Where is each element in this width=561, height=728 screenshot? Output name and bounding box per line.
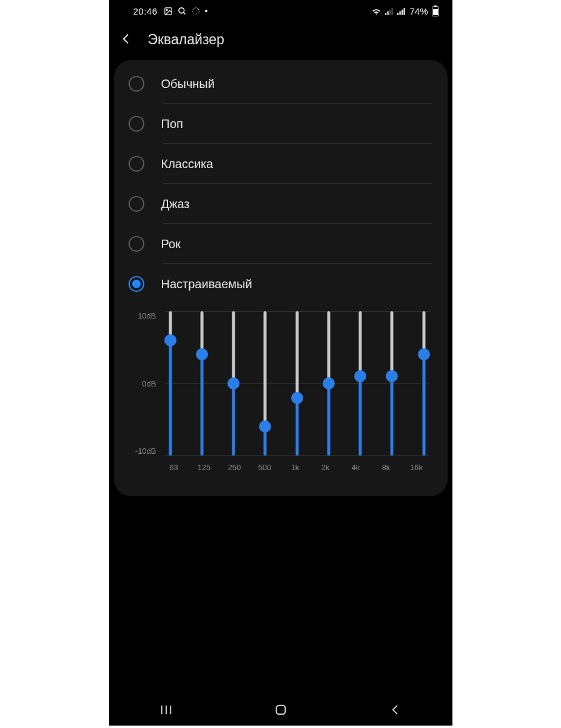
y-tick-top: 10dB	[138, 311, 156, 320]
settings-panel: ОбычныйПопКлассикаДжазРокНастраиваемый 1…	[114, 60, 448, 496]
eq-thumb-4k[interactable]	[354, 370, 366, 382]
dot-icon	[205, 10, 207, 12]
status-bar: 20:46 74%	[109, 0, 452, 22]
track-lower	[327, 383, 330, 456]
page-title: Эквалайзер	[148, 32, 224, 48]
preset-label: Рок	[161, 237, 181, 251]
track-lower	[359, 376, 362, 456]
track-lower	[295, 398, 298, 456]
svg-rect-5	[385, 13, 386, 15]
x-tick: 250	[226, 463, 244, 472]
eq-band-2k[interactable]	[327, 311, 331, 456]
x-tick: 63	[165, 463, 183, 472]
svg-rect-12	[404, 8, 405, 15]
home-button[interactable]	[274, 703, 287, 719]
equalizer: 10dB 0dB -10dB 631252505001k2k4k8k16k	[114, 304, 448, 472]
search-icon	[178, 7, 187, 16]
svg-point-4	[192, 8, 199, 15]
eq-thumb-1k[interactable]	[291, 392, 303, 404]
eq-chart: 10dB 0dB -10dB	[132, 311, 429, 456]
eq-band-16k[interactable]	[422, 311, 426, 456]
track-upper	[359, 311, 362, 376]
eq-band-125[interactable]	[200, 311, 204, 456]
eq-band-500[interactable]	[263, 311, 267, 456]
svg-point-2	[178, 7, 184, 13]
status-time: 20:46	[133, 6, 158, 16]
eq-thumb-63[interactable]	[164, 334, 176, 346]
eq-band-250[interactable]	[232, 311, 235, 456]
eq-thumb-16k[interactable]	[418, 348, 430, 360]
svg-rect-7	[389, 9, 391, 15]
svg-rect-19	[277, 706, 286, 715]
preset-custom[interactable]: Настраиваемый	[114, 264, 448, 304]
preset-jazz[interactable]: Джаз	[114, 184, 448, 224]
track-upper	[391, 311, 394, 376]
radio-pop[interactable]	[129, 116, 144, 132]
track-lower	[232, 383, 235, 456]
radio-custom[interactable]	[129, 276, 144, 292]
radio-rock[interactable]	[129, 236, 144, 252]
x-tick: 500	[256, 463, 274, 472]
preset-label: Обычный	[161, 77, 215, 91]
battery-percent: 74%	[409, 6, 428, 16]
gallery-icon	[164, 7, 173, 16]
preset-label: Настраиваемый	[161, 277, 252, 291]
svg-line-3	[183, 12, 185, 14]
loader-icon	[192, 7, 200, 15]
svg-rect-11	[401, 9, 403, 15]
y-tick-bot: -10dB	[135, 447, 156, 456]
track-upper	[264, 311, 267, 426]
track-upper	[295, 311, 298, 398]
wifi-icon	[371, 7, 381, 16]
x-tick: 2k	[317, 463, 335, 472]
eq-x-axis: 631252505001k2k4k8k16k	[132, 456, 429, 472]
eq-thumb-125[interactable]	[196, 348, 208, 360]
track-upper	[232, 311, 235, 383]
svg-rect-8	[392, 8, 393, 15]
svg-rect-6	[388, 11, 389, 15]
battery-icon	[432, 5, 439, 16]
track-upper	[327, 311, 330, 383]
preset-rock[interactable]: Рок	[114, 224, 448, 264]
recents-button[interactable]	[160, 703, 173, 719]
back-button[interactable]	[120, 33, 132, 47]
signal-1-icon	[385, 7, 394, 15]
eq-bands	[165, 311, 429, 456]
track-lower	[169, 340, 172, 456]
eq-thumb-2k[interactable]	[323, 377, 335, 389]
android-navbar	[109, 696, 452, 726]
x-tick: 1k	[286, 463, 304, 472]
eq-band-8k[interactable]	[390, 311, 394, 456]
eq-band-4k[interactable]	[358, 311, 362, 456]
radio-classic[interactable]	[129, 156, 144, 172]
x-tick: 125	[195, 463, 213, 472]
eq-thumb-250[interactable]	[227, 377, 240, 389]
eq-y-axis: 10dB 0dB -10dB	[132, 311, 159, 456]
svg-rect-10	[400, 11, 401, 15]
preset-label: Поп	[161, 117, 183, 131]
preset-label: Джаз	[161, 197, 190, 211]
x-tick: 16k	[408, 463, 426, 472]
track-lower	[422, 354, 425, 456]
x-tick: 4k	[347, 463, 365, 472]
signal-2-icon	[397, 7, 406, 15]
nav-back-button[interactable]	[389, 704, 401, 718]
status-right: 74%	[371, 5, 438, 16]
phone-frame: 20:46 74%	[109, 0, 452, 726]
track-lower	[200, 354, 203, 456]
svg-point-1	[166, 9, 167, 10]
x-tick: 8k	[377, 463, 395, 472]
eq-band-63[interactable]	[169, 311, 172, 456]
radio-jazz[interactable]	[129, 196, 144, 212]
track-lower	[391, 376, 394, 456]
eq-thumb-8k[interactable]	[386, 370, 398, 382]
header: Эквалайзер	[109, 22, 452, 58]
svg-rect-15	[433, 9, 438, 15]
eq-thumb-500[interactable]	[259, 420, 271, 433]
preset-label: Классика	[161, 157, 213, 171]
eq-band-1k[interactable]	[295, 311, 299, 456]
preset-classic[interactable]: Классика	[114, 144, 448, 184]
radio-normal[interactable]	[129, 76, 144, 92]
preset-pop[interactable]: Поп	[114, 104, 448, 144]
preset-normal[interactable]: Обычный	[114, 64, 448, 104]
